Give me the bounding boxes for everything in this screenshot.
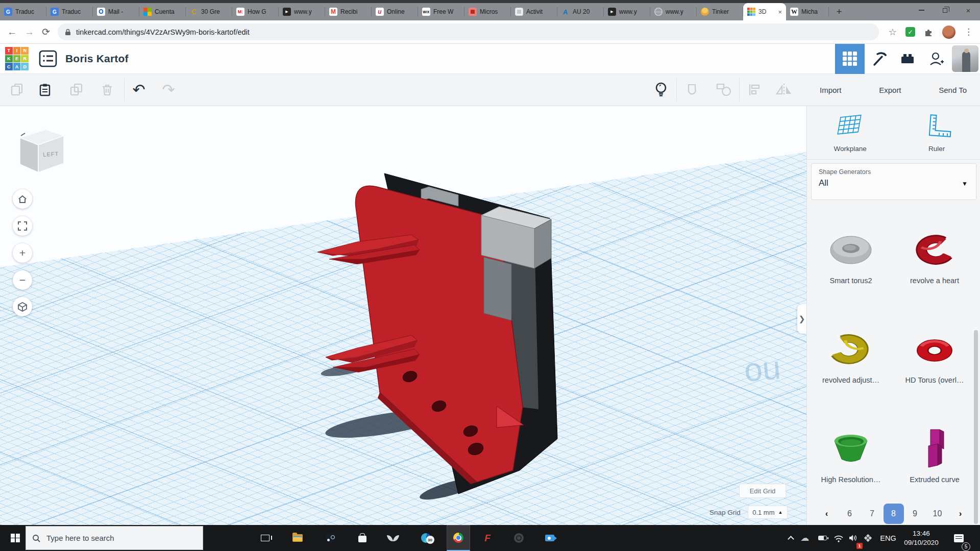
search-input[interactable] [46, 534, 174, 542]
tab-youtube-1[interactable]: www.y [279, 3, 325, 20]
tab-www[interactable]: www.y [650, 3, 697, 20]
taskbar-search[interactable] [26, 526, 203, 550]
action-center-button[interactable]: 5 [948, 525, 969, 551]
browser-menu-icon[interactable]: ⋮ [964, 27, 973, 37]
game-launcher-button[interactable] [381, 525, 405, 551]
page-8-button-active[interactable]: 8 [884, 504, 904, 524]
shape-tile-extruded-curve[interactable]: Extruded curve [896, 420, 973, 484]
onedrive-tray-icon[interactable]: ☁ [798, 525, 812, 551]
user-avatar[interactable] [952, 45, 978, 72]
dark-app-button[interactable] [507, 525, 530, 551]
panel-collapse-handle[interactable]: ❯ [797, 304, 806, 334]
notes-button[interactable] [650, 74, 672, 106]
address-bar[interactable]: tinkercad.com/things/4V2zArSWy9m-boris-k… [58, 23, 879, 40]
tinkercad-logo[interactable]: TIN KER CAD [5, 47, 29, 70]
tab-close-icon[interactable]: × [778, 8, 782, 16]
export-button[interactable]: Export [879, 86, 901, 94]
tray-expand-button[interactable] [784, 525, 797, 551]
tab-howg[interactable]: How G [232, 3, 279, 20]
tab-gmail[interactable]: Recibi [325, 3, 372, 20]
mirror-button[interactable] [773, 74, 795, 106]
minimize-button[interactable] [910, 0, 933, 20]
tab-translate-1[interactable]: Traduc [0, 3, 46, 20]
bookmark-star-icon[interactable]: ☆ [889, 27, 897, 38]
edge-button[interactable]: 30 [414, 525, 437, 551]
zoom-out-button[interactable]: − [13, 270, 32, 290]
tab-wikipedia[interactable]: Micha [786, 3, 829, 20]
shape-tile-high-resolution[interactable]: High Resolution… [813, 420, 889, 484]
shape-tile-hd-torus[interactable]: HD Torus (overl… [896, 321, 973, 384]
blocks-view-button[interactable] [835, 44, 865, 74]
design-title[interactable]: Boris Kartof [65, 53, 129, 65]
align-button[interactable] [743, 74, 766, 106]
page-6-button[interactable]: 6 [839, 509, 861, 518]
sidebar-scrollbar[interactable] [974, 330, 978, 524]
group-button[interactable] [683, 74, 705, 106]
zoom-in-button[interactable]: + [13, 243, 32, 263]
refresh-icon[interactable]: ⟳ [42, 26, 50, 38]
tab-activity[interactable]: Activit [511, 3, 557, 20]
duplicate-button[interactable] [65, 74, 88, 106]
workplane-tool[interactable]: Workplane [807, 112, 894, 153]
send-to-button[interactable]: Send To [939, 86, 967, 94]
shape-generators-dropdown[interactable]: Shape Generators All ▼ [811, 163, 976, 200]
edit-grid-button[interactable]: Edit Grid [739, 484, 786, 498]
extension-check-icon[interactable]: ✓ [905, 27, 915, 37]
tab-micro[interactable]: Micros [464, 3, 511, 20]
forward-icon[interactable]: → [24, 27, 34, 38]
extensions-puzzle-icon[interactable] [924, 27, 934, 37]
camera-app-button[interactable] [538, 525, 561, 551]
page-10-button[interactable]: 10 [926, 509, 949, 518]
paste-button[interactable] [34, 74, 56, 106]
ruler-tool[interactable]: Ruler [894, 112, 980, 153]
copy-button[interactable] [6, 74, 29, 106]
task-view-button[interactable] [253, 525, 277, 551]
browser-profile-avatar[interactable] [942, 26, 955, 39]
perspective-toggle-button[interactable] [13, 297, 32, 316]
page-9-button[interactable]: 9 [904, 509, 926, 518]
tab-tinker[interactable]: Tinker [697, 3, 743, 20]
f-app-button[interactable]: F [476, 525, 499, 551]
page-7-button[interactable]: 7 [861, 509, 884, 518]
brick-export-button[interactable] [893, 44, 922, 74]
battery-tray-icon[interactable] [815, 525, 830, 551]
delete-button[interactable] [96, 74, 118, 106]
close-button[interactable]: × [957, 0, 980, 20]
tab-translate-2[interactable]: Traduc [46, 3, 93, 20]
shape-tile-smart-torus2[interactable]: Smart torus2 [813, 221, 889, 285]
start-button[interactable] [5, 525, 26, 551]
tab-mail[interactable]: Mail - [93, 3, 139, 20]
tab-wix[interactable]: Free W [418, 3, 464, 20]
restore-button[interactable] [933, 0, 957, 20]
dropbox-tray-icon[interactable]: 1 [861, 525, 875, 551]
home-view-button[interactable] [13, 189, 32, 209]
store-button[interactable] [351, 525, 374, 551]
file-explorer-button[interactable] [286, 525, 309, 551]
share-profile-button[interactable] [922, 44, 950, 74]
ungroup-button[interactable] [713, 74, 735, 106]
new-tab-button[interactable]: + [829, 3, 849, 20]
snap-grid-dropdown[interactable]: 0.1 mm ▲ [748, 506, 788, 519]
chrome-button-active[interactable] [447, 525, 470, 551]
wifi-tray-icon[interactable] [831, 525, 846, 551]
page-prev-button[interactable]: ‹ [815, 509, 839, 519]
redo-button[interactable]: ↷ [157, 74, 180, 106]
tab-30gre[interactable]: 30 Gre [186, 3, 232, 20]
tab-tinkercad-3d-active[interactable]: 3D × [743, 3, 786, 20]
import-button[interactable]: Import [820, 86, 842, 94]
clock[interactable]: 13:46 09/10/2020 [899, 525, 943, 551]
tab-youtube-2[interactable]: www.y [604, 3, 650, 20]
tab-autodesk[interactable]: AU 20 [557, 3, 604, 20]
page-next-button[interactable]: › [949, 509, 972, 519]
back-icon[interactable]: ← [7, 27, 17, 38]
language-indicator[interactable]: ENG [877, 525, 899, 551]
tab-account[interactable]: Cuenta [139, 3, 186, 20]
minecraft-export-button[interactable] [865, 44, 893, 74]
view-cube[interactable]: LEFT [14, 126, 70, 177]
viewport-3d[interactable]: ou [0, 106, 806, 525]
tab-udemy[interactable]: Online [372, 3, 418, 20]
shape-tile-revolved-adjust[interactable]: revolved adjust… [813, 321, 889, 384]
undo-button[interactable]: ↶ [128, 74, 150, 106]
fit-view-button[interactable] [13, 216, 32, 236]
shape-tile-revolve-a-heart[interactable]: revolve a heart [896, 221, 973, 285]
